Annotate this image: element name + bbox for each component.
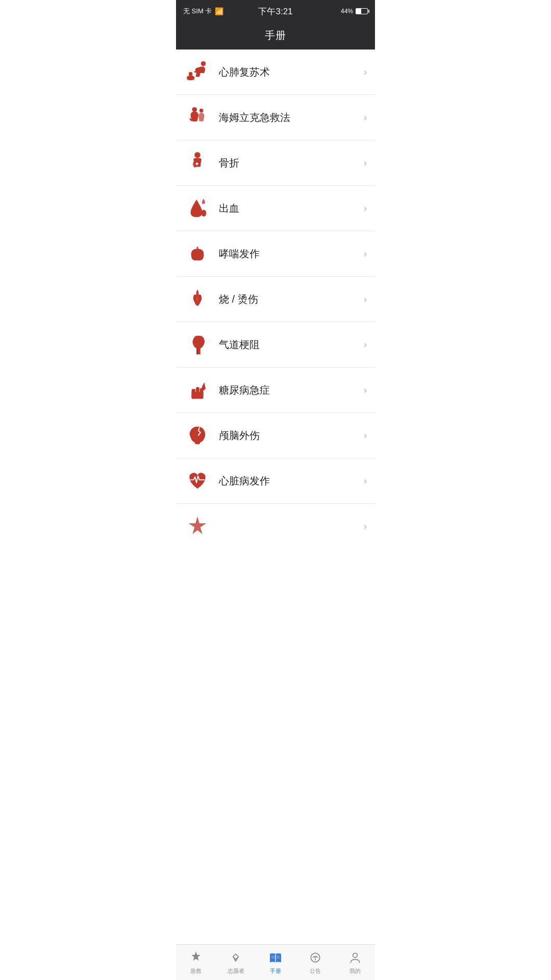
wifi-icon: 📶 bbox=[215, 7, 223, 15]
tab-mine-icon bbox=[347, 950, 363, 965]
tab-volunteer-icon bbox=[228, 950, 243, 965]
menu-item-more[interactable]: › bbox=[176, 504, 375, 545]
svg-point-3 bbox=[192, 107, 197, 112]
tab-mine-label: 我的 bbox=[349, 967, 361, 975]
diabetes-icon bbox=[184, 377, 211, 403]
tab-notice[interactable]: 公告 bbox=[295, 950, 335, 975]
menu-item-asthma[interactable]: 哮喘发作 › bbox=[176, 231, 375, 277]
tab-emergency-label: 急救 bbox=[190, 967, 202, 975]
menu-item-head[interactable]: 颅脑外伤 › bbox=[176, 413, 375, 458]
sim-text: 无 SIM 卡 bbox=[183, 7, 212, 16]
airway-chevron: › bbox=[364, 339, 367, 350]
burn-icon bbox=[184, 286, 211, 312]
fracture-chevron: › bbox=[364, 158, 367, 168]
menu-item-airway[interactable]: 气道梗阻 › bbox=[176, 322, 375, 368]
more-icon bbox=[184, 513, 211, 540]
svg-rect-12 bbox=[192, 392, 204, 399]
menu-list: 心肺复苏术 › 海姆立克急救法 › bbox=[176, 50, 375, 545]
tab-mine[interactable]: 我的 bbox=[335, 950, 375, 975]
menu-item-diabetes[interactable]: 糖尿病急症 › bbox=[176, 368, 375, 413]
airway-icon bbox=[184, 331, 211, 358]
svg-point-5 bbox=[194, 152, 201, 158]
asthma-label: 哮喘发作 bbox=[219, 247, 360, 261]
head-chevron: › bbox=[364, 430, 367, 441]
head-icon bbox=[184, 422, 211, 449]
bleeding-icon bbox=[184, 195, 211, 222]
heart-chevron: › bbox=[364, 476, 367, 486]
heart-icon bbox=[184, 468, 211, 494]
svg-point-2 bbox=[189, 72, 193, 76]
menu-scroll-area: 心肺复苏术 › 海姆立克急救法 › bbox=[176, 50, 375, 583]
tab-emergency[interactable]: 急救 bbox=[176, 950, 216, 975]
tab-notice-icon bbox=[308, 950, 323, 965]
battery-icon bbox=[356, 8, 368, 14]
battery-percent: 44% bbox=[341, 8, 353, 15]
status-bar: 无 SIM 卡 📶 下午3:21 44% bbox=[176, 0, 375, 22]
page-title: 手册 bbox=[265, 30, 286, 41]
more-chevron: › bbox=[364, 521, 367, 532]
status-left: 无 SIM 卡 📶 bbox=[183, 7, 223, 16]
diabetes-chevron: › bbox=[364, 385, 367, 396]
heimlich-chevron: › bbox=[364, 112, 367, 123]
menu-item-cpr[interactable]: 心肺复苏术 › bbox=[176, 50, 375, 95]
bleeding-label: 出血 bbox=[219, 202, 360, 215]
bleeding-chevron: › bbox=[364, 203, 367, 214]
svg-point-21 bbox=[353, 953, 358, 958]
tab-volunteer[interactable]: 志愿者 bbox=[216, 950, 256, 975]
menu-item-fracture[interactable]: 骨折 › bbox=[176, 140, 375, 186]
menu-item-burn[interactable]: 烧 / 烫伤 › bbox=[176, 277, 375, 322]
time-text: 下午3:21 bbox=[258, 6, 292, 17]
menu-item-heart[interactable]: 心脏病发作 › bbox=[176, 458, 375, 504]
burn-chevron: › bbox=[364, 294, 367, 305]
fracture-label: 骨折 bbox=[219, 156, 360, 170]
asthma-icon bbox=[184, 240, 211, 267]
head-label: 颅脑外伤 bbox=[219, 429, 360, 443]
cpr-icon bbox=[184, 59, 211, 85]
diabetes-label: 糖尿病急症 bbox=[219, 383, 360, 397]
nav-header: 手册 bbox=[176, 22, 375, 50]
tab-handbook[interactable]: 手册 bbox=[256, 950, 295, 975]
heimlich-icon bbox=[184, 104, 211, 131]
svg-point-13 bbox=[194, 956, 198, 960]
svg-point-4 bbox=[199, 109, 204, 113]
burn-label: 烧 / 烫伤 bbox=[219, 292, 360, 306]
menu-item-heimlich[interactable]: 海姆立克急救法 › bbox=[176, 95, 375, 140]
cpr-label: 心肺复苏术 bbox=[219, 65, 360, 79]
heimlich-label: 海姆立克急救法 bbox=[219, 111, 360, 125]
fracture-icon bbox=[184, 150, 211, 176]
tab-handbook-label: 手册 bbox=[270, 967, 281, 975]
tab-handbook-icon bbox=[268, 950, 283, 965]
heart-label: 心脏病发作 bbox=[219, 474, 360, 488]
asthma-chevron: › bbox=[364, 249, 367, 259]
menu-item-bleeding[interactable]: 出血 › bbox=[176, 186, 375, 231]
tab-bar: 急救 志愿者 手册 bbox=[176, 944, 375, 980]
tab-notice-label: 公告 bbox=[310, 967, 321, 975]
tab-emergency-icon bbox=[188, 950, 204, 965]
svg-point-8 bbox=[202, 210, 207, 216]
status-right: 44% bbox=[341, 8, 368, 15]
cpr-chevron: › bbox=[364, 67, 367, 78]
tab-volunteer-label: 志愿者 bbox=[228, 967, 244, 975]
svg-point-0 bbox=[201, 61, 206, 66]
airway-label: 气道梗阻 bbox=[219, 338, 360, 352]
